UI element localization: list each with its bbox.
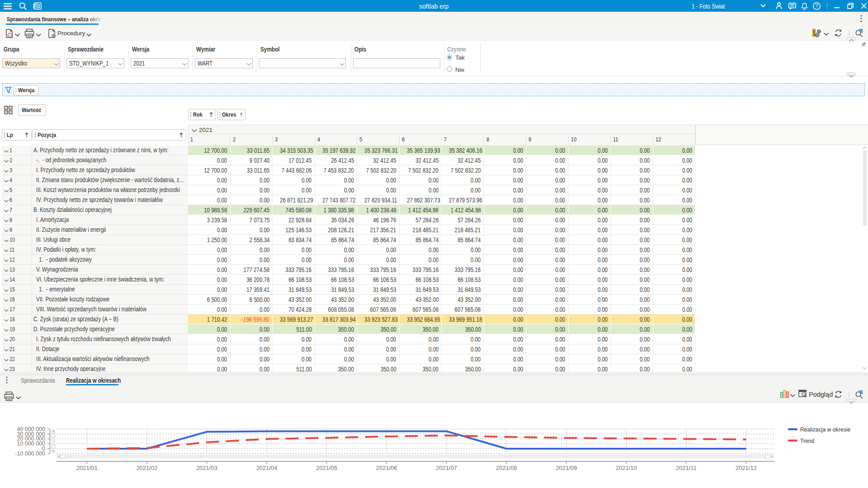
- svg-text:2021/06: 2021/06: [376, 465, 397, 471]
- svg-text:2021/01: 2021/01: [76, 465, 98, 471]
- svg-text:Trend: Trend: [800, 438, 814, 444]
- svg-text:2021/09: 2021/09: [556, 465, 577, 471]
- svg-text:2021/12: 2021/12: [736, 465, 757, 471]
- svg-text:Realizacja w okresie: Realizacja w okresie: [800, 427, 850, 433]
- svg-text:-10 000 000: -10 000 000: [15, 450, 45, 457]
- svg-text:2021/07: 2021/07: [436, 465, 457, 471]
- svg-text:2021/05: 2021/05: [316, 465, 337, 471]
- svg-text:2021/02: 2021/02: [136, 465, 157, 471]
- svg-text:2021/03: 2021/03: [196, 465, 217, 471]
- svg-text:2021/04: 2021/04: [256, 465, 278, 471]
- svg-text:10 000 000: 10 000 000: [17, 441, 45, 447]
- svg-text:2021/08: 2021/08: [496, 465, 517, 471]
- svg-text:2021/10: 2021/10: [616, 465, 637, 471]
- svg-text:2021/11: 2021/11: [676, 465, 697, 471]
